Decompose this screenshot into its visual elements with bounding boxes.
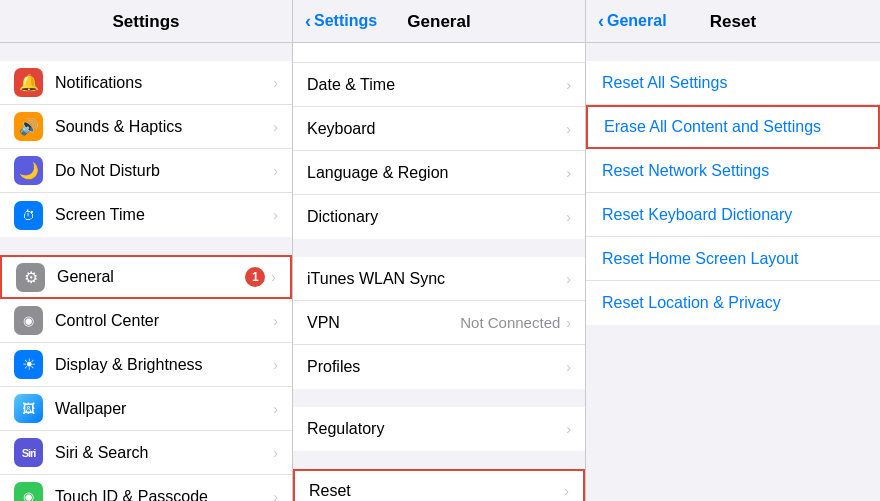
reset-chevron: › [564,483,569,499]
right-item-reset-homescreen[interactable]: Reset Home Screen Layout [586,237,880,281]
vpn-label: VPN [307,314,460,332]
mid-item-dictionary[interactable]: Dictionary › [293,195,585,239]
right-title: Reset [710,12,756,31]
mid-item-language[interactable]: Language & Region › [293,151,585,195]
siri-label: Siri & Search [55,444,273,462]
mid-item-keyboard[interactable]: Keyboard › [293,107,585,151]
sidebar-item-controlcenter[interactable]: ◉ Control Center › [0,299,292,343]
language-label: Language & Region [307,164,566,182]
regulatory-chevron: › [566,421,571,437]
sidebar-item-screentime[interactable]: ⏱ Screen Time › [0,193,292,237]
mid-group-3: Regulatory › [293,407,585,451]
mid-item-reset[interactable]: Reset › [293,469,585,501]
touchid-chevron: › [273,489,278,502]
display-label: Display & Brightness [55,356,273,374]
erase-all-label: Erase All Content and Settings [604,118,821,136]
keyboard-label: Keyboard [307,120,566,138]
dictionary-chevron: › [566,209,571,225]
mid-item-datetime[interactable]: Date & Time › [293,63,585,107]
notifications-icon: 🔔 [14,68,43,97]
left-group-1: 🔔 Notifications › 🔊 Sounds & Haptics › 🌙… [0,61,292,237]
sidebar-item-sounds[interactable]: 🔊 Sounds & Haptics › [0,105,292,149]
sidebar-item-touchid[interactable]: ◉ Touch ID & Passcode › [0,475,292,501]
datetime-chevron: › [566,77,571,93]
mid-item-regulatory[interactable]: Regulatory › [293,407,585,451]
sounds-icon: 🔊 [14,112,43,141]
donotdisturb-label: Do Not Disturb [55,162,273,180]
siri-chevron: › [273,445,278,461]
right-back-label: General [607,12,667,30]
sidebar-item-general[interactable]: ⚙ General 1 › [0,255,292,299]
mid-item-itunes[interactable]: iTunes WLAN Sync › [293,257,585,301]
left-title: Settings [112,12,179,31]
reset-network-label: Reset Network Settings [602,162,769,180]
mid-back-button[interactable]: ‹ Settings [305,12,377,30]
mid-column: ‹ Settings General Date & Time › Keyboar… [293,0,586,501]
right-header: ‹ General Reset [586,0,880,43]
dictionary-label: Dictionary [307,208,566,226]
right-back-button[interactable]: ‹ General [598,12,667,30]
donotdisturb-icon: 🌙 [14,156,43,185]
left-header: Settings [0,0,292,43]
sounds-label: Sounds & Haptics [55,118,273,136]
mid-item-profiles[interactable]: Profiles › [293,345,585,389]
touchid-icon: ◉ [14,482,43,501]
reset-keyboard-label: Reset Keyboard Dictionary [602,206,792,224]
touchid-label: Touch ID & Passcode [55,488,273,502]
profiles-label: Profiles [307,358,566,376]
general-badge: 1 [245,267,265,287]
datetime-label: Date & Time [307,76,566,94]
right-reset-group: Reset All Settings Erase All Content and… [586,61,880,325]
screentime-icon: ⏱ [14,201,43,230]
general-chevron: › [271,269,276,285]
general-label: General [57,268,245,286]
regulatory-label: Regulatory [307,420,566,438]
controlcenter-chevron: › [273,313,278,329]
mid-item-vpn[interactable]: VPN Not Connected › [293,301,585,345]
display-chevron: › [273,357,278,373]
sidebar-item-display[interactable]: ☀ Display & Brightness › [0,343,292,387]
reset-location-label: Reset Location & Privacy [602,294,781,312]
sidebar-item-donotdisturb[interactable]: 🌙 Do Not Disturb › [0,149,292,193]
keyboard-chevron: › [566,121,571,137]
siri-icon: Siri [14,438,43,467]
right-item-reset-keyboard[interactable]: Reset Keyboard Dictionary [586,193,880,237]
mid-header: ‹ Settings General [293,0,585,43]
notifications-label: Notifications [55,74,273,92]
sounds-chevron: › [273,119,278,135]
left-scroll[interactable]: 🔔 Notifications › 🔊 Sounds & Haptics › 🌙… [0,43,292,501]
mid-back-chevron-icon: ‹ [305,12,311,30]
left-group-2: ⚙ General 1 › ◉ Control Center › ☀ Displ… [0,255,292,501]
mid-group-1: Date & Time › Keyboard › Language & Regi… [293,63,585,239]
wallpaper-icon: 🖼 [14,394,43,423]
itunes-chevron: › [566,271,571,287]
mid-title: General [407,12,470,31]
right-column: ‹ General Reset Reset All Settings Erase… [586,0,880,501]
right-scroll[interactable]: Reset All Settings Erase All Content and… [586,43,880,501]
itunes-label: iTunes WLAN Sync [307,270,566,288]
mid-group-2: iTunes WLAN Sync › VPN Not Connected › P… [293,257,585,389]
controlcenter-icon: ◉ [14,306,43,335]
mid-scroll[interactable]: Date & Time › Keyboard › Language & Regi… [293,43,585,501]
display-icon: ☀ [14,350,43,379]
right-item-reset-network[interactable]: Reset Network Settings [586,149,880,193]
right-item-reset-all[interactable]: Reset All Settings [586,61,880,105]
language-chevron: › [566,165,571,181]
screentime-chevron: › [273,207,278,223]
right-item-reset-location[interactable]: Reset Location & Privacy [586,281,880,325]
right-item-erase-all[interactable]: Erase All Content and Settings [586,105,880,149]
reset-label: Reset [309,482,564,500]
wallpaper-label: Wallpaper [55,400,273,418]
sidebar-item-notifications[interactable]: 🔔 Notifications › [0,61,292,105]
controlcenter-label: Control Center [55,312,273,330]
sidebar-item-siri[interactable]: Siri Siri & Search › [0,431,292,475]
sidebar-item-wallpaper[interactable]: 🖼 Wallpaper › [0,387,292,431]
reset-homescreen-label: Reset Home Screen Layout [602,250,799,268]
left-column: Settings 🔔 Notifications › 🔊 Sounds & Ha… [0,0,293,501]
mid-group-4: Reset › [293,469,585,501]
wallpaper-chevron: › [273,401,278,417]
vpn-chevron: › [566,315,571,331]
mid-back-label: Settings [314,12,377,30]
profiles-chevron: › [566,359,571,375]
reset-all-label: Reset All Settings [602,74,727,92]
